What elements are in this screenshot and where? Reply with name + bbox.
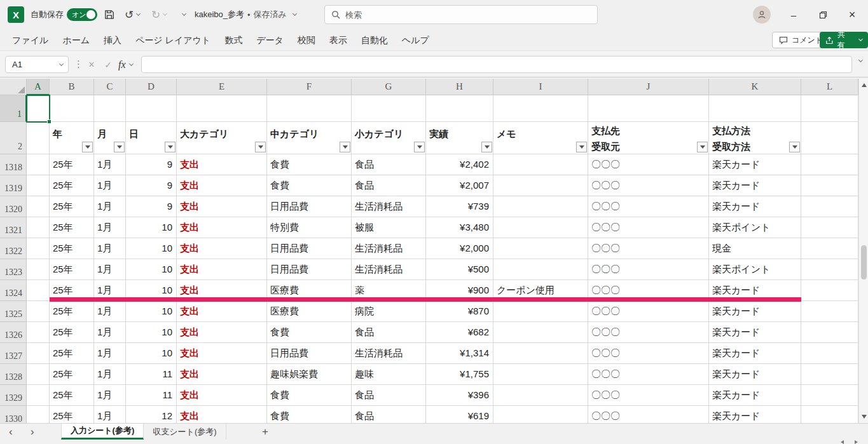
row-header-1328[interactable]: 1328 [0,364,27,385]
table-row-1318-cell[interactable]: 〇〇〇 [588,154,709,175]
filter-button[interactable] [114,142,125,152]
table-row-1319-cell[interactable]: 食品 [352,175,426,196]
table-row-1330-cell[interactable]: 楽天カード [709,406,801,423]
name-box[interactable]: A1 [5,56,69,73]
table-row-1325-cell[interactable]: 医療費 [267,301,352,322]
table-row-1330-cell[interactable]: 12 [126,406,177,423]
cell[interactable] [27,343,50,364]
table-row-1321-cell[interactable]: 〇〇〇 [588,217,709,238]
filter-button[interactable] [481,142,492,152]
table-row-1319-cell[interactable]: ¥2,007 [426,175,493,196]
hscroll-right-icon[interactable] [855,440,858,444]
column-header-K[interactable]: K [709,79,801,95]
table-row-1325-cell[interactable]: 〇〇〇 [588,301,709,322]
minimize-button[interactable]: – [780,0,808,29]
table-row-1327-cell[interactable]: 25年 [50,343,94,364]
table-row-1328-cell[interactable]: 支出 [177,364,267,385]
table-header-cell[interactable]: メモ [493,122,588,154]
filter-button[interactable] [789,142,800,152]
table-row-1325-cell[interactable]: 25年 [50,301,94,322]
cell[interactable] [27,175,50,196]
table-header-cell[interactable]: 中カテゴリ [267,122,352,154]
table-row-1321-cell[interactable]: 特別費 [267,217,352,238]
filter-button[interactable] [340,142,350,152]
table-row-1322-cell[interactable]: 生活消耗品 [352,238,426,259]
column-header-H[interactable]: H [426,79,493,95]
column-header-C[interactable]: C [94,79,126,95]
scroll-up-button[interactable] [859,80,868,90]
row-header-1320[interactable]: 1320 [0,196,27,217]
table-row-1321-cell[interactable]: 10 [126,217,177,238]
table-header-cell[interactable]: 支払方法受取方法 [709,122,801,154]
table-row-1318-cell[interactable]: 25年 [50,154,94,175]
close-button[interactable]: × [838,0,866,29]
table-row-1327-cell[interactable]: 10 [126,343,177,364]
table-row-1329-cell[interactable]: 11 [126,385,177,406]
table-row-1318-cell[interactable]: 食品 [352,154,426,175]
table-row-1325-cell[interactable]: ¥870 [426,301,493,322]
table-row-1319-cell[interactable]: 支出 [177,175,267,196]
table-row-1327-cell[interactable]: 生活消耗品 [352,343,426,364]
cell[interactable] [27,154,50,175]
cell[interactable] [27,259,50,280]
search-box[interactable] [324,5,598,24]
table-row-1326-cell[interactable] [493,322,588,343]
table-row-1322-cell[interactable]: 25年 [50,238,94,259]
table-row-1321-cell[interactable]: 25年 [50,217,94,238]
ribbon-tab-2[interactable]: 挿入 [97,29,128,51]
table-header-cell[interactable]: 小カテゴリ [352,122,426,154]
table-row-1318-cell[interactable]: 9 [126,154,177,175]
table-row-1322-cell[interactable]: 〇〇〇 [588,238,709,259]
filter-button[interactable] [82,142,93,152]
table-row-1326-cell[interactable]: 食費 [267,322,352,343]
table-row-1330-cell[interactable]: 1月 [94,406,126,423]
cell[interactable] [27,238,50,259]
table-row-1329-cell[interactable]: ¥396 [426,385,493,406]
table-row-1329-cell[interactable]: 〇〇〇 [588,385,709,406]
ribbon-tab-4[interactable]: 数式 [217,29,249,51]
cell[interactable] [27,301,50,322]
cell-row1[interactable] [426,95,493,122]
table-row-1326-cell[interactable]: 25年 [50,322,94,343]
filter-button[interactable] [414,142,425,152]
cell[interactable] [801,301,858,322]
table-row-1320-cell[interactable]: 9 [126,196,177,217]
cell[interactable] [27,385,50,406]
cell[interactable] [27,364,50,385]
table-header-cell[interactable]: 日 [126,122,177,154]
table-row-1321-cell[interactable]: 被服 [352,217,426,238]
cell-row1[interactable] [50,95,94,122]
table-header-cell[interactable]: 実績 [426,122,493,154]
table-row-1325-cell[interactable]: 10 [126,301,177,322]
cell[interactable] [801,196,858,217]
formula-input[interactable] [141,56,852,73]
ribbon-tab-1[interactable]: ホーム [55,29,97,51]
table-row-1329-cell[interactable] [493,385,588,406]
vertical-scrollbar[interactable] [858,79,868,423]
table-row-1319-cell[interactable]: 9 [126,175,177,196]
table-row-1320-cell[interactable]: 1月 [94,196,126,217]
table-row-1321-cell[interactable] [493,217,588,238]
table-row-1330-cell[interactable]: 支出 [177,406,267,423]
excel-logo-icon[interactable]: X [8,0,24,29]
filter-button[interactable] [165,142,176,152]
table-row-1320-cell[interactable]: 楽天カード [709,196,801,217]
table-row-1327-cell[interactable]: 支出 [177,343,267,364]
table-row-1330-cell[interactable]: 食品 [352,406,426,423]
table-row-1322-cell[interactable]: 現金 [709,238,801,259]
table-row-1323-cell[interactable]: ¥500 [426,259,493,280]
table-row-1326-cell[interactable]: ¥682 [426,322,493,343]
table-row-1320-cell[interactable]: 25年 [50,196,94,217]
search-input[interactable] [345,10,574,20]
restore-button[interactable] [809,0,837,29]
table-row-1319-cell[interactable]: 〇〇〇 [588,175,709,196]
cell[interactable] [801,238,858,259]
cell[interactable] [801,154,858,175]
column-header-F[interactable]: F [267,79,352,95]
table-row-1321-cell[interactable]: ¥3,480 [426,217,493,238]
table-row-1323-cell[interactable]: 10 [126,259,177,280]
column-header-G[interactable]: G [352,79,426,95]
table-row-1328-cell[interactable]: 楽天カード [709,364,801,385]
column-header-L[interactable]: L [801,79,858,95]
cell[interactable] [27,217,50,238]
